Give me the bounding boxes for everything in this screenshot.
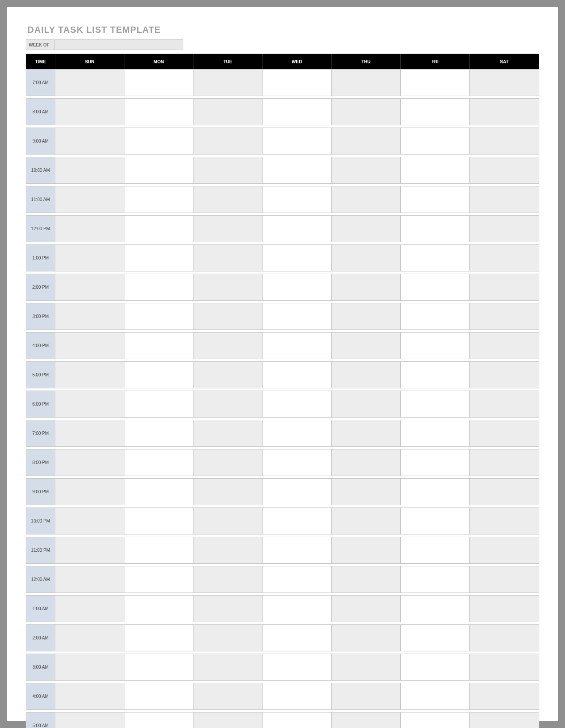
task-cell[interactable] (401, 69, 470, 96)
task-cell[interactable] (55, 332, 124, 359)
task-cell[interactable] (193, 624, 263, 651)
task-cell[interactable] (332, 507, 401, 534)
task-cell[interactable] (332, 566, 401, 592)
task-cell[interactable] (193, 303, 263, 329)
task-cell[interactable] (401, 332, 470, 359)
task-cell[interactable] (263, 654, 332, 680)
task-cell[interactable] (401, 186, 470, 213)
task-cell[interactable] (193, 712, 263, 728)
task-cell[interactable] (263, 478, 332, 505)
task-cell[interactable] (401, 654, 470, 680)
task-cell[interactable] (263, 420, 332, 446)
task-cell[interactable] (263, 128, 332, 154)
task-cell[interactable] (55, 274, 124, 300)
task-cell[interactable] (55, 215, 124, 242)
task-cell[interactable] (55, 157, 124, 183)
task-cell[interactable] (401, 478, 470, 505)
task-cell[interactable] (332, 128, 401, 154)
task-cell[interactable] (470, 98, 539, 125)
task-cell[interactable] (332, 420, 401, 446)
task-cell[interactable] (55, 98, 124, 125)
task-cell[interactable] (55, 537, 124, 563)
task-cell[interactable] (470, 274, 539, 300)
task-cell[interactable] (401, 274, 470, 300)
task-cell[interactable] (55, 683, 124, 709)
task-cell[interactable] (401, 449, 470, 476)
task-cell[interactable] (332, 303, 401, 329)
task-cell[interactable] (55, 654, 124, 680)
task-cell[interactable] (401, 712, 470, 728)
task-cell[interactable] (124, 507, 193, 534)
task-cell[interactable] (193, 595, 263, 622)
task-cell[interactable] (193, 215, 263, 242)
task-cell[interactable] (332, 654, 401, 680)
task-cell[interactable] (124, 186, 193, 213)
task-cell[interactable] (401, 420, 470, 446)
task-cell[interactable] (470, 361, 539, 388)
task-cell[interactable] (55, 391, 124, 417)
task-cell[interactable] (124, 537, 193, 563)
task-cell[interactable] (193, 332, 263, 359)
task-cell[interactable] (124, 361, 193, 388)
task-cell[interactable] (55, 244, 124, 271)
task-cell[interactable] (263, 391, 332, 417)
task-cell[interactable] (124, 274, 193, 300)
task-cell[interactable] (470, 449, 539, 476)
task-cell[interactable] (124, 303, 193, 329)
task-cell[interactable] (263, 361, 332, 388)
task-cell[interactable] (193, 420, 263, 446)
task-cell[interactable] (401, 566, 470, 592)
task-cell[interactable] (124, 566, 193, 592)
task-cell[interactable] (193, 157, 263, 183)
task-cell[interactable] (124, 391, 193, 417)
task-cell[interactable] (193, 391, 263, 417)
task-cell[interactable] (332, 361, 401, 388)
task-cell[interactable] (401, 391, 470, 417)
task-cell[interactable] (470, 595, 539, 622)
task-cell[interactable] (124, 69, 193, 96)
task-cell[interactable] (193, 98, 263, 125)
task-cell[interactable] (263, 274, 332, 300)
task-cell[interactable] (332, 274, 401, 300)
task-cell[interactable] (263, 595, 332, 622)
task-cell[interactable] (55, 507, 124, 534)
task-cell[interactable] (401, 244, 470, 271)
task-cell[interactable] (401, 303, 470, 329)
task-cell[interactable] (263, 712, 332, 728)
task-cell[interactable] (55, 303, 124, 329)
task-cell[interactable] (124, 595, 193, 622)
task-cell[interactable] (263, 98, 332, 125)
task-cell[interactable] (332, 215, 401, 242)
task-cell[interactable] (124, 98, 193, 125)
task-cell[interactable] (470, 420, 539, 446)
task-cell[interactable] (470, 391, 539, 417)
task-cell[interactable] (193, 274, 263, 300)
task-cell[interactable] (193, 128, 263, 154)
task-cell[interactable] (55, 69, 124, 96)
task-cell[interactable] (263, 244, 332, 271)
task-cell[interactable] (470, 683, 539, 709)
task-cell[interactable] (193, 654, 263, 680)
task-cell[interactable] (263, 186, 332, 213)
task-cell[interactable] (193, 507, 263, 534)
task-cell[interactable] (124, 624, 193, 651)
task-cell[interactable] (193, 478, 263, 505)
task-cell[interactable] (470, 624, 539, 651)
task-cell[interactable] (193, 69, 263, 96)
task-cell[interactable] (124, 215, 193, 242)
task-cell[interactable] (401, 595, 470, 622)
week-of-input[interactable] (55, 39, 183, 50)
task-cell[interactable] (401, 507, 470, 534)
task-cell[interactable] (55, 361, 124, 388)
task-cell[interactable] (55, 624, 124, 651)
task-cell[interactable] (332, 624, 401, 651)
task-cell[interactable] (55, 566, 124, 592)
task-cell[interactable] (470, 186, 539, 213)
task-cell[interactable] (470, 303, 539, 329)
task-cell[interactable] (124, 478, 193, 505)
task-cell[interactable] (470, 157, 539, 183)
task-cell[interactable] (332, 391, 401, 417)
task-cell[interactable] (263, 624, 332, 651)
task-cell[interactable] (124, 449, 193, 476)
task-cell[interactable] (470, 507, 539, 534)
